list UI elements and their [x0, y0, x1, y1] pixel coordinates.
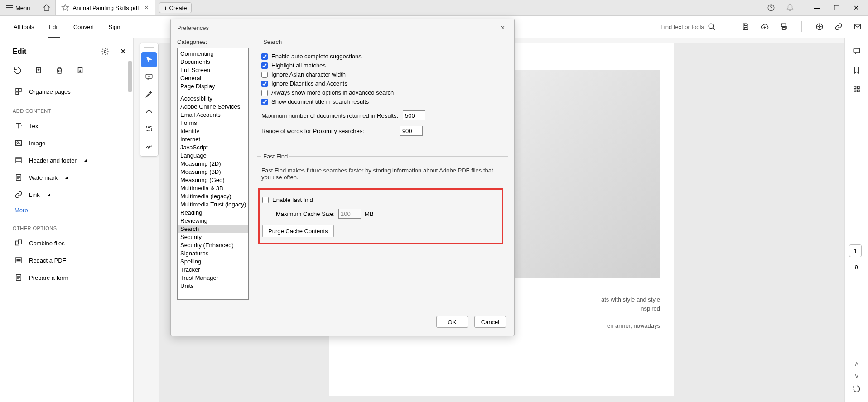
category-item[interactable]: Reading	[178, 208, 248, 216]
dialog-title: Preferences	[177, 24, 209, 31]
category-item[interactable]: Identity	[178, 127, 248, 135]
highlighted-region: Enable fast find Maximum Cache Size: MB …	[258, 188, 503, 244]
enable-fastfind-checkbox[interactable]	[262, 197, 269, 203]
category-item[interactable]: Multimedia (legacy)	[178, 192, 248, 200]
category-item[interactable]: Units	[178, 282, 248, 290]
category-item[interactable]: General	[178, 74, 248, 82]
max-docs-label: Maximum number of documents returned in …	[261, 112, 398, 119]
category-item[interactable]: Security	[178, 233, 248, 241]
category-item[interactable]: Accessibility	[178, 94, 248, 102]
preferences-dialog: Preferences ✕ Categories: CommentingDocu…	[170, 19, 515, 336]
ignore-diacritics-checkbox[interactable]	[261, 81, 268, 87]
autocomplete-label: Enable auto complete suggestions	[271, 53, 362, 60]
categories-list[interactable]: CommentingDocumentsFull ScreenGeneralPag…	[177, 48, 249, 300]
cache-size-label: Maximum Cache Size:	[276, 211, 335, 217]
category-item[interactable]: Multimedia Trust (legacy)	[178, 200, 248, 208]
category-item[interactable]: Measuring (3D)	[178, 168, 248, 176]
category-item[interactable]: Tracker	[178, 265, 248, 273]
category-item[interactable]: Measuring (Geo)	[178, 176, 248, 184]
proximity-input[interactable]	[400, 126, 423, 136]
show-title-checkbox[interactable]	[261, 99, 268, 105]
fastfind-group: Fast Find Fast Find makes future searche…	[257, 153, 508, 254]
category-item[interactable]: Documents	[178, 57, 248, 66]
ok-button[interactable]: OK	[436, 316, 468, 328]
ignore-asian-label: Ignore Asian character width	[271, 71, 346, 78]
categories-label: Categories:	[177, 38, 249, 45]
category-item[interactable]: Forms	[178, 119, 248, 127]
purge-cache-button[interactable]: Purge Cache Contents	[262, 225, 334, 237]
dialog-overlay: Preferences ✕ Categories: CommentingDocu…	[0, 0, 868, 402]
category-item[interactable]: JavaScript	[178, 143, 248, 151]
category-item[interactable]: Language	[178, 151, 248, 159]
category-item[interactable]: Adobe Online Services	[178, 102, 248, 110]
category-item[interactable]: Email Accounts	[178, 110, 248, 119]
always-more-checkbox[interactable]	[261, 90, 268, 96]
cache-unit-label: MB	[365, 211, 374, 217]
cancel-button[interactable]: Cancel	[474, 316, 506, 328]
proximity-label: Range of words for Proximity searches:	[261, 128, 364, 134]
ignore-diacritics-label: Ignore Diacritics and Accents	[271, 80, 347, 87]
category-item[interactable]: Multimedia & 3D	[178, 184, 248, 192]
fastfind-legend: Fast Find	[261, 153, 289, 160]
category-item[interactable]: Page Display	[178, 82, 248, 90]
category-item[interactable]: Measuring (2D)	[178, 159, 248, 168]
search-legend: Search	[261, 38, 284, 45]
category-item[interactable]: Security (Enhanced)	[178, 241, 248, 249]
autocomplete-checkbox[interactable]	[261, 53, 268, 60]
enable-fastfind-label: Enable fast find	[272, 196, 313, 203]
always-more-label: Always show more options in advanced sea…	[271, 89, 394, 96]
max-docs-input[interactable]	[403, 110, 425, 120]
ignore-asian-checkbox[interactable]	[261, 72, 268, 78]
highlight-checkbox[interactable]	[261, 62, 268, 69]
category-item[interactable]: Search	[178, 225, 248, 233]
fastfind-description: Fast Find makes future searches faster b…	[261, 167, 503, 181]
highlight-label: Highlight all matches	[271, 62, 326, 69]
cache-size-input[interactable]	[338, 209, 361, 219]
close-dialog-icon[interactable]: ✕	[497, 24, 508, 32]
category-item[interactable]: Trust Manager	[178, 273, 248, 282]
category-item[interactable]: Spelling	[178, 257, 248, 265]
search-group: Search Enable auto complete suggestions …	[257, 38, 508, 150]
category-item[interactable]: Full Screen	[178, 66, 248, 74]
category-item[interactable]: Reviewing	[178, 216, 248, 225]
show-title-label: Show document title in search results	[271, 98, 369, 105]
category-item[interactable]: Commenting	[178, 49, 248, 57]
category-item[interactable]: Signatures	[178, 249, 248, 257]
category-item[interactable]: Internet	[178, 135, 248, 143]
